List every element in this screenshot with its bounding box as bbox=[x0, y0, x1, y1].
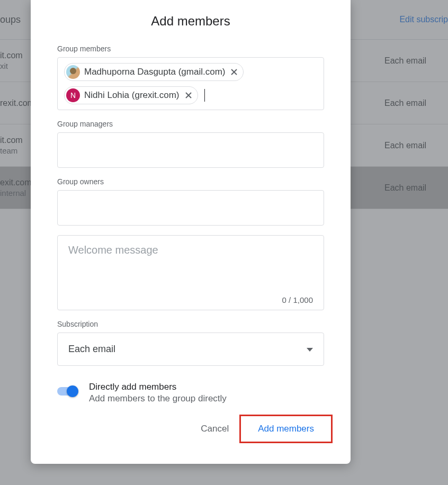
group-members-label: Group members bbox=[57, 44, 335, 53]
chevron-down-icon bbox=[307, 345, 313, 354]
subscription-select[interactable]: Each email bbox=[57, 333, 324, 366]
highlight-annotation: Add members bbox=[239, 415, 333, 443]
dialog-actions: Cancel Add members bbox=[57, 415, 333, 443]
subscription-label: Subscription bbox=[57, 320, 335, 328]
welcome-placeholder: Welcome message bbox=[68, 244, 313, 256]
avatar: N bbox=[66, 88, 80, 102]
toggle-subtitle: Add members to the group directly bbox=[89, 393, 227, 404]
toggle-title: Directly add members bbox=[89, 382, 227, 392]
add-members-button[interactable]: Add members bbox=[250, 418, 321, 439]
member-chip: N Nidhi Lohia (grexit.com) bbox=[64, 86, 198, 104]
avatar bbox=[66, 65, 80, 79]
member-chip: Madhuporna Dasgupta (gmail.com) bbox=[64, 63, 244, 81]
group-members-input[interactable]: Madhuporna Dasgupta (gmail.com) N Nidhi … bbox=[57, 57, 324, 110]
add-members-dialog: Add members Group members Madhuporna Das… bbox=[31, 0, 351, 464]
group-managers-input[interactable] bbox=[57, 132, 324, 168]
group-managers-label: Group managers bbox=[57, 120, 335, 128]
close-icon[interactable] bbox=[184, 91, 193, 100]
group-owners-label: Group owners bbox=[57, 177, 335, 186]
select-value: Each email bbox=[68, 344, 115, 355]
chip-label: Madhuporna Dasgupta (gmail.com) bbox=[84, 67, 225, 77]
welcome-message-input[interactable]: Welcome message 0 / 1,000 bbox=[57, 235, 324, 310]
char-count: 0 / 1,000 bbox=[282, 295, 313, 304]
chip-label: Nidhi Lohia (grexit.com) bbox=[84, 90, 180, 101]
directly-add-toggle[interactable] bbox=[57, 386, 78, 397]
directly-add-toggle-row: Directly add members Add members to the … bbox=[57, 382, 324, 404]
dialog-title: Add members bbox=[47, 14, 335, 29]
group-owners-input[interactable] bbox=[57, 190, 324, 226]
text-cursor bbox=[204, 89, 205, 102]
close-icon[interactable] bbox=[229, 67, 239, 77]
cancel-button[interactable]: Cancel bbox=[193, 418, 236, 439]
